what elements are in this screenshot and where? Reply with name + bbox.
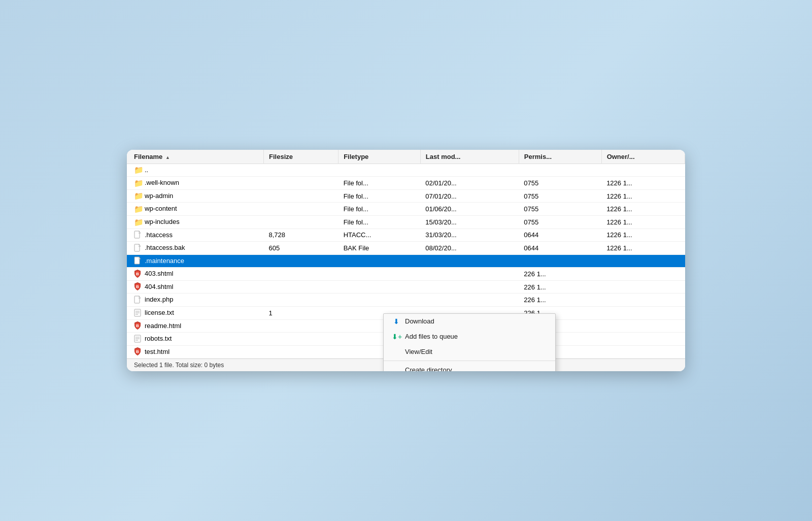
col-filetype[interactable]: Filetype: [339, 150, 421, 164]
file-name-cell: license.txt: [127, 306, 264, 319]
file-type-cell: [339, 254, 421, 268]
svg-text:B: B: [136, 272, 139, 276]
table-row[interactable]: index.php226 1...: [127, 294, 685, 307]
file-lastmod-cell: [420, 294, 519, 307]
file-permissions-cell: 0755: [519, 203, 601, 216]
file-type-cell: BAK File: [339, 242, 421, 255]
file-name: .maintenance: [145, 257, 184, 265]
file-name-cell: 📁wp-admin: [127, 189, 264, 203]
file-name-cell: Breadme.html: [127, 319, 264, 333]
file-name-cell: B403.shtml: [127, 268, 264, 281]
file-lastmod-cell: 02/01/20...: [420, 177, 519, 190]
file-lastmod-cell: 01/06/20...: [420, 203, 519, 216]
file-type-cell: File fol...: [339, 177, 421, 190]
col-permissions[interactable]: Permis...: [519, 150, 601, 164]
table-row[interactable]: .htaccess8,728HTACC...31/03/20...0644122…: [127, 229, 685, 242]
file-name-cell: 📁.well-known: [127, 177, 264, 190]
folder-icon: 📁: [134, 179, 142, 187]
file-name-cell: index.php: [127, 294, 264, 307]
file-name-cell: Btest.html: [127, 345, 264, 359]
file-name-cell: .maintenance: [127, 254, 264, 268]
folder-icon: 📁: [134, 166, 142, 174]
file-permissions-cell: 226 1...: [519, 280, 601, 294]
table-row[interactable]: B404.shtml226 1...: [127, 280, 685, 294]
table-row[interactable]: 📁..: [127, 164, 685, 177]
file-owner-cell: 1226 1...: [601, 189, 685, 203]
file-type-cell: [339, 280, 421, 294]
file-permissions-cell: [519, 164, 601, 177]
file-type-cell: File fol...: [339, 216, 421, 229]
text-file-icon: [134, 309, 142, 317]
col-filesize[interactable]: Filesize: [264, 150, 339, 164]
table-row[interactable]: B403.shtml226 1...: [127, 268, 685, 281]
shield-icon: B: [134, 321, 142, 330]
context-menu: ⬇Download⬇+Add files to queueView/EditCr…: [383, 313, 556, 371]
file-size-cell: [264, 189, 339, 203]
file-name-cell: .htaccess: [127, 229, 264, 242]
file-lastmod-cell: 15/03/20...: [420, 216, 519, 229]
col-owner-label: Owner/...: [607, 153, 635, 160]
folder-icon: 📁: [134, 191, 142, 200]
download-icon: ⬇: [392, 317, 401, 325]
file-manager-window: Filename ▲ Filesize Filetype Last mod...…: [127, 150, 685, 371]
folder-icon: 📁: [134, 218, 142, 226]
file-type-cell: File fol...: [339, 203, 421, 216]
col-owner[interactable]: Owner/...: [601, 150, 685, 164]
file-size-cell: [264, 345, 339, 359]
file-size-cell: [264, 280, 339, 294]
file-name: wp-admin: [145, 192, 173, 200]
table-row[interactable]: 📁wp-adminFile fol...07/01/20...07551226 …: [127, 189, 685, 203]
col-lastmod[interactable]: Last mod...: [420, 150, 519, 164]
file-name: wp-content: [145, 205, 177, 212]
file-lastmod-cell: [420, 268, 519, 281]
file-owner-cell: [601, 254, 685, 268]
context-menu-item[interactable]: Create directory: [384, 363, 555, 371]
file-name: license.txt: [145, 309, 174, 316]
file-name: ..: [145, 166, 148, 174]
file-name: .htaccess.bak: [145, 244, 185, 251]
svg-text:B: B: [136, 323, 139, 328]
col-lastmod-label: Last mod...: [426, 153, 461, 160]
file-type-cell: [339, 268, 421, 281]
file-owner-cell: [601, 333, 685, 346]
file-size-cell: [264, 268, 339, 281]
file-permissions-cell: 0755: [519, 216, 601, 229]
svg-text:B: B: [136, 284, 139, 289]
table-row[interactable]: 📁wp-includesFile fol...15/03/20...075512…: [127, 216, 685, 229]
file-name-cell: 📁wp-includes: [127, 216, 264, 229]
table-row[interactable]: .maintenance: [127, 254, 685, 268]
file-type-cell: HTACC...: [339, 229, 421, 242]
file-name: wp-includes: [145, 218, 180, 225]
file-owner-cell: [601, 306, 685, 319]
sort-asc-icon: ▲: [165, 155, 170, 160]
file-size-cell: 605: [264, 242, 339, 255]
table-row[interactable]: 📁.well-knownFile fol...02/01/20...075512…: [127, 177, 685, 190]
table-row[interactable]: 📁wp-contentFile fol...01/06/20...0755122…: [127, 203, 685, 216]
file-permissions-cell: 0755: [519, 189, 601, 203]
file-name-cell: .htaccess.bak: [127, 242, 264, 255]
col-permissions-label: Permis...: [524, 153, 552, 160]
file-owner-cell: [601, 164, 685, 177]
file-size-cell: [264, 216, 339, 229]
file-size-cell: [264, 164, 339, 177]
file-name: .htaccess: [145, 231, 173, 239]
file-name-cell: 📁wp-content: [127, 203, 264, 216]
svg-text:B: B: [136, 349, 139, 354]
context-menu-item[interactable]: ⬇+Add files to queue: [384, 329, 555, 344]
folder-icon: 📁: [134, 205, 142, 213]
file-owner-cell: 1226 1...: [601, 242, 685, 255]
col-filename[interactable]: Filename ▲: [127, 150, 264, 164]
file-owner-cell: 1226 1...: [601, 216, 685, 229]
menu-item-label: View/Edit: [405, 348, 432, 355]
context-menu-item[interactable]: View/Edit: [384, 344, 555, 359]
context-menu-item[interactable]: ⬇Download: [384, 314, 555, 329]
file-lastmod-cell: [420, 164, 519, 177]
file-size-cell: 1: [264, 306, 339, 319]
file-size-cell: [264, 294, 339, 307]
file-owner-cell: [601, 294, 685, 307]
shield-icon: B: [134, 282, 142, 290]
table-row[interactable]: .htaccess.bak605BAK File08/02/20...06441…: [127, 242, 685, 255]
file-permissions-cell: [519, 254, 601, 268]
shield-icon: B: [134, 347, 142, 355]
file-name: .well-known: [145, 179, 179, 186]
